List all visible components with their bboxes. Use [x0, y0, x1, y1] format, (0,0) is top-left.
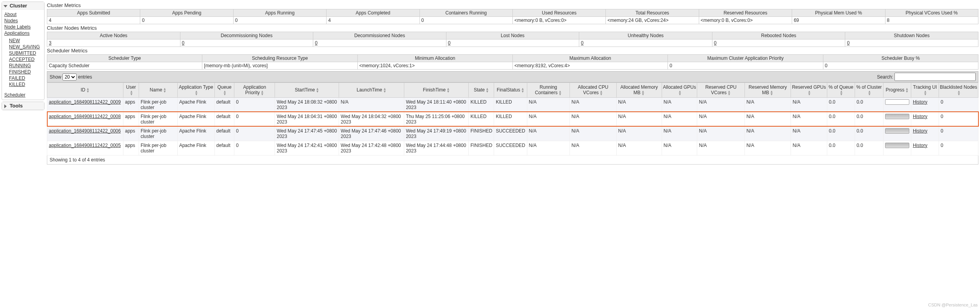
sidebar-state-new-saving[interactable]: NEW_SAVING	[9, 44, 40, 50]
cell-value: 0	[446, 39, 579, 47]
cell-value: 0	[823, 62, 978, 70]
cell: N/A	[616, 112, 662, 126]
sidebar-cluster-toggle[interactable]: Cluster	[2, 2, 44, 10]
col-header: Scheduler Type	[47, 55, 202, 62]
cell: apps	[123, 141, 139, 155]
apps-col-header[interactable]: Allocated Memory MB▲▼	[616, 83, 662, 98]
apps-col-header[interactable]: FinalStatus▲▼	[494, 83, 527, 98]
sidebar-link-about[interactable]: About	[4, 12, 16, 17]
col-header: Physical Mem Used %	[792, 9, 885, 17]
col-header: Decommissioning Nodes	[180, 32, 313, 39]
tracking-link[interactable]: History	[913, 114, 927, 119]
cell: N/A	[791, 97, 827, 112]
sort-icon: ▲▼	[383, 88, 387, 93]
sort-icon: ▲▼	[316, 88, 319, 93]
sidebar-state-running[interactable]: RUNNING	[9, 63, 31, 68]
apps-col-header[interactable]: Reserved CPU VCores▲▼	[697, 83, 744, 98]
sort-icon: ▲▼	[163, 88, 166, 93]
col-header: Decommissioned Nodes	[313, 32, 446, 39]
app-id-link[interactable]: application_1684908112422_0006	[49, 128, 121, 134]
tracking-link[interactable]: History	[913, 99, 927, 105]
sidebar-link-scheduler[interactable]: Scheduler	[4, 92, 25, 98]
apps-col-header[interactable]: % of Queue▲▼	[827, 83, 855, 98]
cell-value: <memory:0 B, vCores:0>	[699, 17, 792, 24]
metric-link[interactable]: 0	[714, 40, 717, 46]
apps-col-header[interactable]: Progress▲▼	[883, 83, 911, 98]
apps-col-header[interactable]: Allocated CPU VCores▲▼	[570, 83, 616, 98]
sidebar-state-accepted[interactable]: ACCEPTED	[9, 57, 34, 62]
metric-link[interactable]: 0	[315, 40, 318, 46]
scheduler-metrics-title: Scheduler Metrics	[47, 48, 978, 54]
apps-col-header[interactable]: Allocated GPUs▲▼	[662, 83, 697, 98]
cell: Wed May 24 18:04:32 +0800 2023	[339, 112, 404, 126]
sidebar-state-killed[interactable]: KILLED	[9, 82, 25, 87]
page-size-select[interactable]: 20	[62, 73, 77, 81]
tracking-link[interactable]: History	[913, 128, 927, 134]
search-input[interactable]	[894, 73, 976, 81]
cell: 0.0	[827, 126, 855, 141]
cell: KILLED	[494, 97, 527, 112]
app-id-link[interactable]: application_1684908112422_0009	[49, 99, 121, 105]
sidebar-state-new[interactable]: NEW	[9, 38, 20, 43]
apps-col-header[interactable]: Name▲▼	[139, 83, 177, 98]
apps-col-header[interactable]: Tracking UI▲▼	[911, 83, 939, 98]
col-header: Lost Nodes	[446, 32, 579, 39]
metric-link[interactable]: 0	[847, 40, 850, 46]
cell: N/A	[791, 126, 827, 141]
cell-value: 0	[579, 39, 712, 47]
metric-link[interactable]: 3	[49, 40, 52, 46]
apps-col-header[interactable]: ID▲▼	[47, 83, 123, 98]
cell-value: 0	[313, 39, 446, 47]
apps-col-header[interactable]: Queue▲▼	[214, 83, 234, 98]
apps-col-header[interactable]: State▲▼	[469, 83, 494, 98]
metric-link[interactable]: 0	[448, 40, 451, 46]
apps-col-header[interactable]: Application Type▲▼	[177, 83, 214, 98]
app-id-link[interactable]: application_1684908112422_0005	[49, 143, 121, 148]
cell	[883, 112, 911, 126]
sidebar-tools-toggle[interactable]: Tools	[2, 102, 44, 110]
apps-col-header[interactable]: FinishTime▲▼	[404, 83, 469, 98]
cell: Flink per-job cluster	[139, 112, 177, 126]
apps-col-header[interactable]: Reserved Memory MB▲▼	[744, 83, 791, 98]
cell: default	[214, 112, 234, 126]
col-header: Apps Running	[233, 9, 326, 17]
sidebar-appstate-list: NEW NEW_SAVING SUBMITTED ACCEPTED RUNNIN…	[4, 36, 42, 89]
cluster-metrics-table: Apps SubmittedApps PendingApps RunningAp…	[47, 9, 978, 24]
cell: N/A	[570, 141, 616, 155]
caret-icon	[4, 5, 7, 7]
tracking-link[interactable]: History	[913, 143, 927, 148]
sidebar-state-failed[interactable]: FAILED	[9, 75, 25, 81]
cell: KILLED	[469, 97, 494, 112]
col-header: Scheduler Busy %	[823, 55, 978, 62]
apps-col-header[interactable]: Application Priority▲▼	[234, 83, 275, 98]
cell: FINISHED	[469, 141, 494, 155]
cell: application_1684908112422_0009	[47, 97, 123, 112]
scheduler-metrics-table: Scheduler TypeScheduling Resource TypeMi…	[47, 54, 978, 70]
app-id-link[interactable]: application_1684908112422_0008	[49, 114, 121, 119]
cell: 0	[939, 141, 978, 155]
sidebar-cluster-list: About Nodes Node Labels Applications NEW…	[2, 10, 44, 100]
apps-col-header[interactable]: % of Cluster▲▼	[855, 83, 883, 98]
sort-icon: ▲▼	[808, 90, 811, 96]
sidebar-link-node-labels[interactable]: Node Labels	[4, 24, 30, 30]
sort-icon: ▲▼	[678, 90, 682, 96]
metric-link[interactable]: 0	[581, 40, 584, 46]
apps-col-header[interactable]: LaunchTime▲▼	[339, 83, 404, 98]
col-header: Shutdown Nodes	[845, 32, 978, 39]
cell: N/A	[662, 97, 697, 112]
apps-col-header[interactable]: Blacklisted Nodes▲▼	[939, 83, 978, 98]
sidebar-state-submitted[interactable]: SUBMITTED	[9, 50, 36, 56]
cell: N/A	[791, 112, 827, 126]
metric-link[interactable]: 0	[182, 40, 185, 46]
sidebar-link-applications[interactable]: Applications	[4, 30, 30, 36]
cell	[883, 97, 911, 112]
sidebar-link-nodes[interactable]: Nodes	[4, 18, 18, 23]
cell-value: Capacity Scheduler	[47, 62, 202, 70]
apps-col-header[interactable]: Running Containers▲▼	[527, 83, 569, 98]
cell-value: 4	[327, 17, 419, 24]
apps-col-header[interactable]: StartTime▲▼	[275, 83, 339, 98]
cell: Apache Flink	[177, 141, 214, 155]
apps-col-header[interactable]: User▲▼	[123, 83, 139, 98]
apps-col-header[interactable]: Reserved GPUs▲▼	[791, 83, 827, 98]
sidebar-state-finished[interactable]: FINISHED	[9, 69, 31, 75]
